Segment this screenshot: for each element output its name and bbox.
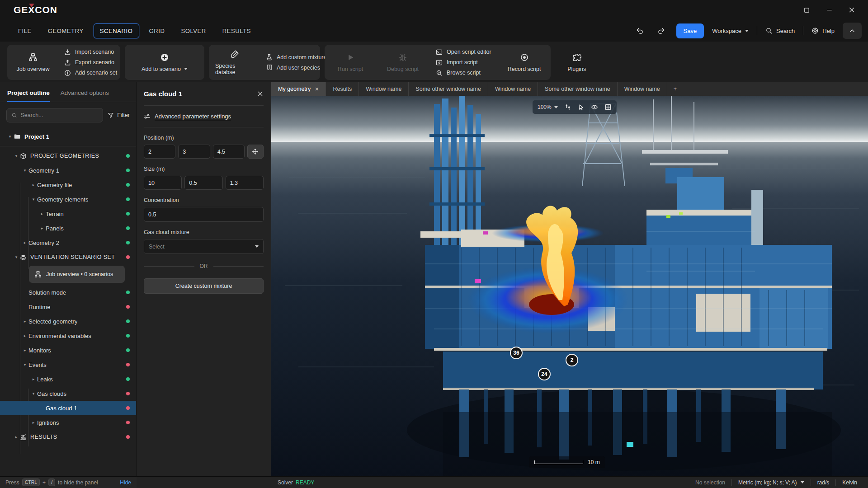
select-tool-button[interactable] — [578, 104, 585, 111]
caret-icon[interactable]: ▾ — [21, 168, 28, 173]
add-tab-button[interactable]: + — [667, 82, 683, 96]
filter-button[interactable]: Filter — [108, 112, 130, 118]
menu-results[interactable]: RESULTS — [216, 23, 257, 38]
close-window-button[interactable] — [845, 4, 858, 16]
caret-icon[interactable]: ▸ — [21, 348, 28, 352]
plugins-button[interactable]: Plugins — [557, 53, 596, 72]
tree-item-geometry-1[interactable]: ▾ Geometry 1 — [0, 163, 136, 178]
tree-item-selected-geometry[interactable]: ▸ Selected geometry — [0, 314, 136, 328]
workspace-menu[interactable]: Workspace — [712, 28, 749, 34]
undo-button[interactable] — [633, 24, 646, 38]
position-picker-button[interactable] — [247, 145, 264, 159]
size-x-input[interactable] — [144, 176, 182, 190]
menu-solver[interactable]: SOLVER — [175, 23, 212, 38]
monitor-badge-2[interactable]: 2 — [566, 354, 578, 366]
minimize-button[interactable] — [823, 4, 835, 16]
browse-script-button[interactable]: Browse script — [436, 70, 491, 76]
create-custom-mixture-button[interactable]: Create custom mixture — [144, 278, 264, 294]
viewport-tab-window-name[interactable]: Window name — [359, 82, 409, 96]
caret-icon[interactable]: ▸ — [30, 377, 37, 381]
position-x-input[interactable] — [144, 145, 175, 159]
import-scenario-button[interactable]: Import scenario — [64, 49, 117, 56]
add-to-scenario-button[interactable]: Add to scenario — [142, 53, 188, 72]
sidebar-search[interactable] — [6, 108, 103, 122]
3d-scene[interactable]: 100% 36 2 24 10 m — [271, 96, 868, 476]
size-y-input[interactable] — [184, 176, 222, 190]
tab-advanced-options[interactable]: Advanced options — [61, 89, 109, 102]
caret-icon[interactable]: ▸ — [30, 420, 37, 425]
close-tab-icon[interactable]: ✕ — [315, 86, 319, 92]
menu-geometry[interactable]: GEOMETRY — [42, 23, 90, 38]
monitor-badge-24[interactable]: 24 — [538, 368, 551, 380]
tree-item-leaks[interactable]: ▸ Leaks — [0, 372, 136, 386]
viewport-tab-window-name-3[interactable]: Window name — [618, 82, 667, 96]
tree-item-events[interactable]: ▾ Events — [0, 357, 136, 372]
caret-icon[interactable]: ▾ — [6, 134, 14, 139]
tree-item-gas-cloud-1[interactable]: Gas cloud 1 — [0, 401, 136, 415]
gas-cloud-mixture-select[interactable]: Select — [144, 239, 264, 254]
close-panel-button[interactable] — [257, 90, 264, 97]
caret-icon[interactable]: ▸ — [13, 435, 20, 439]
caret-icon[interactable]: ▸ — [38, 226, 46, 230]
help-button[interactable]: Help — [811, 27, 835, 34]
tree-item-results[interactable]: ▸ RESULTS — [0, 430, 136, 444]
import-script-button[interactable]: Import script — [436, 59, 491, 66]
concentration-input[interactable] — [144, 207, 264, 222]
caret-icon[interactable]: ▾ — [13, 255, 20, 259]
caret-icon[interactable]: ▾ — [30, 391, 37, 396]
add-user-species-button[interactable]: Add user species — [266, 64, 326, 71]
viewport-tab-some-other-window-name-2[interactable]: Some other window name — [538, 82, 618, 96]
tab-project-outline[interactable]: Project outline — [7, 89, 50, 102]
units-dropdown[interactable]: Metric (m; kg; N; s; V; A) — [732, 477, 811, 488]
position-y-input[interactable] — [178, 145, 210, 159]
tree-item-panels[interactable]: ▸ Panels — [0, 221, 136, 235]
maximize-button[interactable] — [800, 4, 813, 16]
caret-icon[interactable]: ▸ — [38, 211, 46, 216]
viewport-tab-window-name-2[interactable]: Window name — [488, 82, 538, 96]
position-z-input[interactable] — [213, 145, 245, 159]
viewport-tab-my-geometry[interactable]: My geometry ✕ — [271, 82, 326, 96]
menu-file[interactable]: FILE — [12, 23, 38, 38]
job-overview-card[interactable]: Job overview • 0 scenarios — [29, 266, 125, 283]
caret-icon[interactable]: ▾ — [30, 197, 37, 202]
tree-item-geometry-file[interactable]: ▸ Geometry file — [0, 178, 136, 192]
caret-icon[interactable]: ▸ — [21, 319, 28, 324]
tree-item-project-geometries[interactable]: ▾ PROJECT GEOMETRIES — [0, 149, 136, 163]
export-scenario-button[interactable]: Export scenario — [64, 59, 117, 66]
tree-item-terrain[interactable]: ▸ Terrain — [0, 206, 136, 221]
redo-button[interactable] — [655, 24, 668, 38]
tree-item-geometry-2[interactable]: ▸ Geometry 2 — [0, 235, 136, 250]
walk-mode-button[interactable] — [564, 103, 571, 111]
split-view-button[interactable] — [604, 103, 612, 111]
record-script-button[interactable]: Record script — [505, 53, 544, 72]
temperature-unit[interactable]: Kelvin — [836, 477, 863, 488]
tree-item-gas-clouds[interactable]: ▾ Gas clouds — [0, 386, 136, 401]
menu-grid[interactable]: GRID — [143, 23, 171, 38]
tree-item-ventilation-scenario-set[interactable]: ▾ VENTILATION SCENARIO SET — [0, 250, 136, 264]
tree-item-solution-mode[interactable]: Solution mode — [0, 285, 136, 300]
species-database-button[interactable]: Species databse — [215, 50, 254, 75]
caret-icon[interactable]: ▸ — [21, 333, 28, 338]
zoom-level-dropdown[interactable]: 100% — [538, 104, 558, 110]
add-scenario-set-button[interactable]: Add scenario set — [64, 70, 117, 76]
tree-item-geometry-elements[interactable]: ▾ Geometry elements — [0, 192, 136, 206]
viewport-tab-some-other-window-name[interactable]: Some other window name — [409, 82, 488, 96]
caret-icon[interactable]: ▾ — [21, 362, 28, 367]
search-input[interactable] — [21, 112, 99, 118]
tree-item-environmental-variables[interactable]: ▸ Environmental variables — [0, 328, 136, 343]
advanced-parameter-settings-link[interactable]: Advanced parameter settings — [144, 106, 264, 127]
caret-icon[interactable]: ▾ — [13, 154, 20, 158]
open-script-editor-button[interactable]: Open script editor — [436, 49, 491, 56]
visibility-button[interactable] — [591, 103, 598, 111]
caret-icon[interactable]: ▸ — [21, 240, 28, 245]
tree-item-runtime[interactable]: Runtime — [0, 300, 136, 314]
tree-item-ignitions[interactable]: ▸ Ignitions — [0, 415, 136, 430]
debug-script-button[interactable]: Debug script — [383, 53, 422, 72]
collapse-ribbon-button[interactable] — [843, 23, 862, 39]
run-script-button[interactable]: Run script — [331, 53, 370, 72]
angular-unit[interactable]: rad/s — [811, 477, 836, 488]
save-button[interactable]: Save — [676, 23, 704, 38]
search-button[interactable]: Search — [765, 27, 795, 34]
size-z-input[interactable] — [226, 176, 264, 190]
tree-item-project-1[interactable]: ▾ Project 1 — [0, 129, 136, 144]
